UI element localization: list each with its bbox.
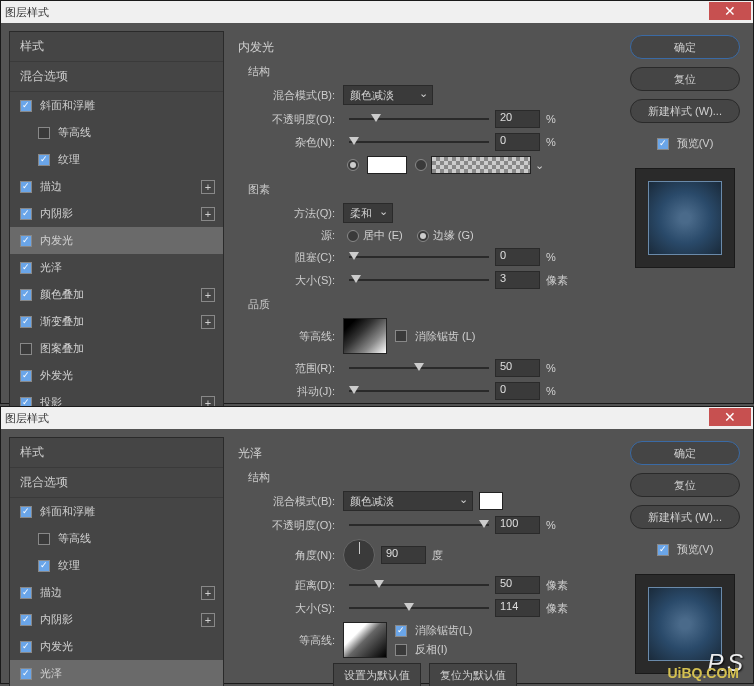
style-bevel[interactable]: 斜面和浮雕: [10, 498, 223, 525]
invert-checkbox[interactable]: [395, 644, 407, 656]
style-contour[interactable]: 等高线: [10, 119, 223, 146]
color-swatch[interactable]: [479, 492, 503, 510]
ok-button[interactable]: 确定: [630, 441, 740, 465]
range-slider[interactable]: [349, 361, 489, 375]
distance-slider[interactable]: [349, 578, 489, 592]
blend-options[interactable]: 混合选项: [10, 62, 223, 92]
blend-options[interactable]: 混合选项: [10, 468, 223, 498]
checkbox-icon[interactable]: [20, 370, 32, 382]
close-icon[interactable]: ✕: [709, 408, 751, 426]
checkbox-icon[interactable]: [38, 533, 50, 545]
size-slider[interactable]: [349, 273, 489, 287]
checkbox-icon[interactable]: [20, 262, 32, 274]
noise-input[interactable]: 0: [495, 133, 540, 151]
opacity-input[interactable]: 20: [495, 110, 540, 128]
antialias-checkbox[interactable]: [395, 330, 407, 342]
size-slider[interactable]: [349, 601, 489, 615]
style-stroke[interactable]: 描边+: [10, 579, 223, 606]
method-label: 方法(Q):: [258, 206, 343, 221]
checkbox-icon[interactable]: [20, 100, 32, 112]
gradient-swatch[interactable]: [431, 156, 531, 174]
checkbox-icon[interactable]: [38, 127, 50, 139]
styles-header[interactable]: 样式: [10, 438, 223, 468]
choke-slider[interactable]: [349, 250, 489, 264]
style-pattern-overlay[interactable]: 图案叠加: [10, 335, 223, 362]
checkbox-icon[interactable]: [20, 343, 32, 355]
style-inner-glow[interactable]: 内发光: [10, 227, 223, 254]
checkbox-icon[interactable]: [20, 289, 32, 301]
plus-icon[interactable]: +: [201, 315, 215, 329]
color-radio[interactable]: [347, 159, 359, 171]
plus-icon[interactable]: +: [201, 207, 215, 221]
checkbox-icon[interactable]: [20, 587, 32, 599]
new-style-button[interactable]: 新建样式 (W)...: [630, 99, 740, 123]
plus-icon[interactable]: +: [201, 613, 215, 627]
antialias-checkbox[interactable]: [395, 625, 407, 637]
plus-icon[interactable]: +: [201, 288, 215, 302]
distance-input[interactable]: 50: [495, 576, 540, 594]
checkbox-icon[interactable]: [20, 316, 32, 328]
styles-list: 样式 混合选项 斜面和浮雕 等高线 纹理 描边+ 内阴影+ 内发光 光泽 颜色叠…: [9, 31, 224, 417]
style-texture[interactable]: 纹理: [10, 552, 223, 579]
checkbox-icon[interactable]: [20, 641, 32, 653]
style-satin[interactable]: 光泽: [10, 254, 223, 281]
contour-picker[interactable]: [343, 622, 387, 658]
opacity-slider[interactable]: [349, 112, 489, 126]
checkbox-icon[interactable]: [20, 668, 32, 680]
angle-input[interactable]: 90: [381, 546, 426, 564]
set-default-button[interactable]: 设置为默认值: [333, 663, 421, 686]
plus-icon[interactable]: +: [201, 586, 215, 600]
style-outer-glow[interactable]: 外发光: [10, 362, 223, 389]
jitter-input[interactable]: 0: [495, 382, 540, 400]
size-input[interactable]: 114: [495, 599, 540, 617]
cancel-button[interactable]: 复位: [630, 473, 740, 497]
style-contour[interactable]: 等高线: [10, 525, 223, 552]
checkbox-icon[interactable]: [38, 154, 50, 166]
jitter-label: 抖动(J):: [258, 384, 343, 399]
style-color-overlay[interactable]: 颜色叠加+: [10, 281, 223, 308]
contour-picker[interactable]: [343, 318, 387, 354]
opacity-input[interactable]: 100: [495, 516, 540, 534]
cancel-button[interactable]: 复位: [630, 67, 740, 91]
checkbox-icon[interactable]: [20, 506, 32, 518]
style-gradient-overlay[interactable]: 渐变叠加+: [10, 308, 223, 335]
size-input[interactable]: 3: [495, 271, 540, 289]
size-label: 大小(S):: [258, 601, 343, 616]
blend-mode-dropdown[interactable]: 颜色减淡: [343, 491, 473, 511]
blend-mode-dropdown[interactable]: 颜色减淡: [343, 85, 433, 105]
dialog-satin: 图层样式 ✕ 样式 混合选项 斜面和浮雕 等高线 纹理 描边+ 内阴影+ 内发光…: [0, 406, 754, 684]
checkbox-icon[interactable]: [38, 560, 50, 572]
plus-icon[interactable]: +: [201, 180, 215, 194]
style-satin[interactable]: 光泽: [10, 660, 223, 686]
reset-default-button[interactable]: 复位为默认值: [429, 663, 517, 686]
angle-dial[interactable]: [343, 539, 375, 571]
color-swatch[interactable]: [367, 156, 407, 174]
gradient-radio[interactable]: [415, 159, 427, 171]
opacity-slider[interactable]: [349, 518, 489, 532]
styles-header[interactable]: 样式: [10, 32, 223, 62]
choke-input[interactable]: 0: [495, 248, 540, 266]
checkbox-icon[interactable]: [20, 235, 32, 247]
style-stroke[interactable]: 描边+: [10, 173, 223, 200]
style-texture[interactable]: 纹理: [10, 146, 223, 173]
ok-button[interactable]: 确定: [630, 35, 740, 59]
style-inner-glow[interactable]: 内发光: [10, 633, 223, 660]
style-inner-shadow[interactable]: 内阴影+: [10, 200, 223, 227]
close-icon[interactable]: ✕: [709, 2, 751, 20]
checkbox-icon[interactable]: [20, 181, 32, 193]
source-center-radio[interactable]: [347, 230, 359, 242]
window-title: 图层样式: [5, 411, 49, 426]
noise-slider[interactable]: [349, 135, 489, 149]
source-edge-radio[interactable]: [417, 230, 429, 242]
preview-checkbox[interactable]: [657, 544, 669, 556]
method-dropdown[interactable]: 柔和: [343, 203, 393, 223]
new-style-button[interactable]: 新建样式 (W)...: [630, 505, 740, 529]
style-inner-shadow[interactable]: 内阴影+: [10, 606, 223, 633]
style-bevel[interactable]: 斜面和浮雕: [10, 92, 223, 119]
range-input[interactable]: 50: [495, 359, 540, 377]
checkbox-icon[interactable]: [20, 208, 32, 220]
distance-label: 距离(D):: [258, 578, 343, 593]
checkbox-icon[interactable]: [20, 614, 32, 626]
jitter-slider[interactable]: [349, 384, 489, 398]
preview-checkbox[interactable]: [657, 138, 669, 150]
